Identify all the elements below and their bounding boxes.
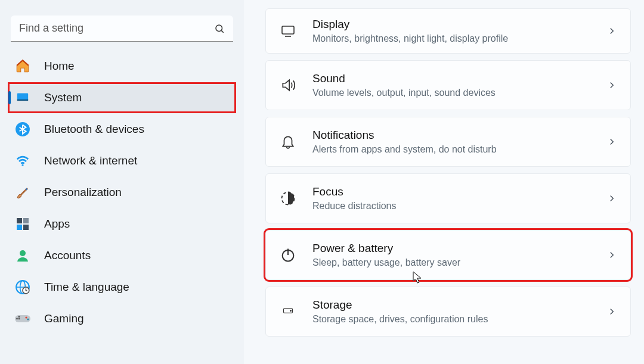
settings-card-power-battery[interactable]: Power & battery Sleep, battery usage, ba…	[265, 230, 631, 280]
sidebar: Home System Bluetooth & devices Network …	[0, 0, 244, 364]
card-title: Focus	[312, 185, 606, 199]
card-title: Display	[312, 17, 606, 32]
card-subtitle: Sleep, battery usage, battery saver	[312, 256, 606, 269]
bluetooth-icon	[14, 121, 31, 138]
sidebar-item-bluetooth[interactable]: Bluetooth & devices	[8, 114, 236, 144]
main-panel: groovyPost.com Display Monitors, brightn…	[244, 0, 644, 364]
home-icon	[14, 58, 31, 74]
sidebar-item-label: Gaming	[44, 312, 84, 325]
sidebar-item-accounts[interactable]: Accounts	[8, 241, 236, 270]
bell-icon	[279, 133, 297, 151]
user-icon	[14, 247, 31, 264]
chevron-right-icon	[606, 306, 617, 317]
nav-list: Home System Bluetooth & devices Network …	[7, 51, 237, 334]
card-title: Notifications	[312, 128, 606, 142]
card-body: Power & battery Sleep, battery usage, ba…	[312, 241, 606, 269]
card-title: Power & battery	[312, 241, 606, 256]
card-subtitle: Alerts from apps and system, do not dist…	[312, 143, 606, 156]
settings-card-focus[interactable]: Focus Reduce distractions	[265, 173, 631, 223]
sidebar-item-label: Time & language	[44, 281, 129, 294]
sidebar-item-gaming[interactable]: Gaming	[8, 304, 236, 334]
svg-point-19	[25, 316, 27, 318]
sidebar-item-network[interactable]: Network & internet	[8, 146, 236, 176]
card-body: Notifications Alerts from apps and syste…	[312, 128, 606, 155]
chevron-right-icon	[606, 26, 617, 36]
svg-rect-9	[23, 225, 29, 230]
sidebar-item-time-language[interactable]: Time & language	[8, 272, 236, 302]
sidebar-item-apps[interactable]: Apps	[8, 209, 236, 239]
chevron-right-icon	[606, 193, 617, 204]
svg-point-0	[216, 25, 222, 32]
card-subtitle: Monitors, brightness, night light, displ…	[312, 32, 606, 45]
settings-card-storage[interactable]: Storage Storage space, drives, configura…	[265, 287, 631, 337]
search-input[interactable]	[11, 15, 233, 42]
card-body: Sound Volume levels, output, input, soun…	[312, 71, 606, 99]
wifi-icon	[14, 153, 31, 169]
sidebar-item-label: Home	[44, 60, 75, 73]
svg-point-17	[18, 316, 20, 318]
chevron-right-icon	[606, 136, 617, 147]
gamepad-icon	[14, 310, 31, 327]
sidebar-item-home[interactable]: Home	[8, 51, 236, 81]
svg-point-18	[16, 318, 18, 320]
card-subtitle: Storage space, drives, configuration rul…	[312, 313, 606, 326]
sidebar-item-label: Accounts	[44, 249, 91, 262]
sidebar-item-personalization[interactable]: Personalization	[8, 178, 236, 207]
svg-rect-7	[23, 218, 29, 223]
sidebar-item-label: Personalization	[44, 186, 122, 199]
svg-rect-8	[17, 225, 22, 230]
system-icon	[14, 89, 31, 106]
svg-point-5	[22, 164, 24, 166]
svg-rect-3	[17, 99, 28, 101]
settings-card-sound[interactable]: Sound Volume levels, output, input, soun…	[265, 60, 631, 110]
sidebar-item-label: Apps	[44, 217, 70, 231]
chevron-right-icon	[606, 250, 617, 260]
svg-point-20	[27, 318, 29, 320]
storage-icon	[279, 303, 297, 321]
apps-icon	[14, 216, 31, 232]
search-row	[11, 15, 233, 42]
card-subtitle: Volume levels, output, input, sound devi…	[312, 86, 606, 99]
card-title: Storage	[312, 298, 606, 312]
sidebar-item-label: Bluetooth & devices	[44, 123, 144, 136]
card-body: Focus Reduce distractions	[312, 185, 606, 212]
sound-icon	[279, 76, 297, 94]
focus-icon	[279, 189, 297, 207]
sidebar-item-label: Network & internet	[44, 154, 137, 167]
card-body: Storage Storage space, drives, configura…	[312, 298, 606, 325]
sidebar-item-system[interactable]: System	[8, 83, 236, 113]
card-title: Sound	[312, 71, 606, 86]
settings-card-notifications[interactable]: Notifications Alerts from apps and syste…	[265, 117, 631, 167]
display-icon	[279, 22, 297, 40]
svg-point-16	[18, 318, 20, 320]
brush-icon	[14, 184, 31, 201]
search-icon	[214, 23, 225, 34]
svg-line-1	[221, 30, 223, 32]
card-body: Display Monitors, brightness, night ligh…	[312, 17, 606, 45]
settings-card-display[interactable]: Display Monitors, brightness, night ligh…	[265, 8, 631, 54]
card-subtitle: Reduce distractions	[312, 200, 606, 213]
svg-rect-21	[282, 26, 294, 34]
power-icon	[279, 246, 297, 264]
chevron-right-icon	[606, 80, 617, 91]
globe-clock-icon	[14, 279, 31, 295]
svg-point-10	[20, 250, 26, 256]
sidebar-item-label: System	[44, 91, 82, 104]
svg-rect-6	[17, 218, 22, 223]
svg-point-27	[290, 310, 292, 312]
